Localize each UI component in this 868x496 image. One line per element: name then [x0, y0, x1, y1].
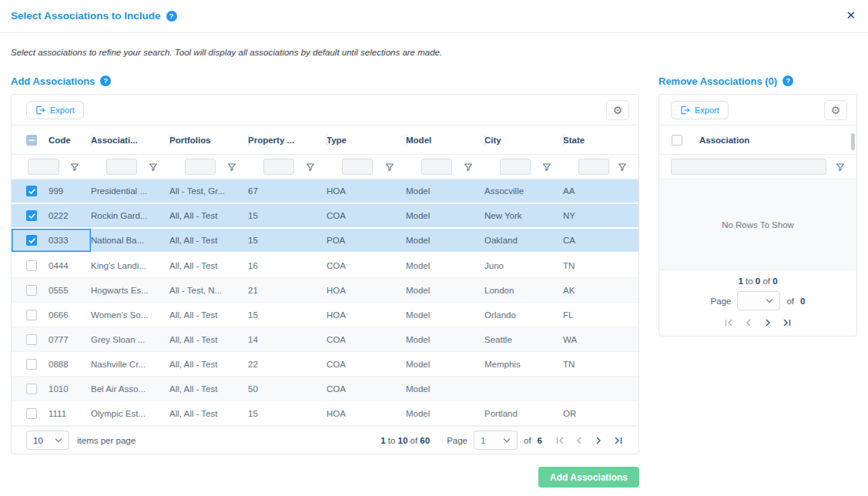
- association-row[interactable]: 0444 King's Landi... All, All - Test 16 …: [12, 253, 638, 278]
- state-cell[interactable]: NY: [563, 204, 638, 227]
- association-filter-input[interactable]: [671, 159, 826, 175]
- property-cell[interactable]: 14: [248, 327, 327, 351]
- filter-funnel-icon[interactable]: [227, 163, 236, 172]
- model-cell[interactable]: Model: [406, 401, 484, 425]
- portfolios-cell[interactable]: All, All - Test: [169, 327, 248, 351]
- last-page-icon[interactable]: [780, 316, 794, 330]
- association-filter-input[interactable]: [106, 159, 137, 175]
- portfolios-cell[interactable]: All, All - Test: [169, 303, 248, 327]
- association-row[interactable]: 0555 Hogwarts Es... All - Test, N... 21 …: [12, 278, 638, 303]
- header-cell-city[interactable]: City: [484, 126, 563, 154]
- state-cell[interactable]: AK: [563, 278, 638, 302]
- city-cell[interactable]: Memphis: [484, 352, 563, 376]
- row-checkbox[interactable]: [26, 260, 37, 271]
- code-cell[interactable]: 0666: [12, 303, 91, 327]
- property-cell[interactable]: 15: [248, 303, 327, 327]
- close-icon[interactable]: ✕: [846, 9, 856, 21]
- state-cell[interactable]: WA: [563, 327, 638, 351]
- add-associations-help-icon[interactable]: ?: [100, 75, 111, 86]
- type-cell[interactable]: COA: [327, 327, 406, 351]
- state-cell[interactable]: CA: [563, 229, 638, 252]
- property-cell[interactable]: 22: [248, 352, 327, 376]
- association-cell[interactable]: Nashville Cr...: [91, 352, 169, 376]
- type-cell[interactable]: POA: [327, 229, 406, 252]
- state-cell[interactable]: [563, 377, 638, 400]
- city-cell[interactable]: Seattle: [484, 327, 563, 351]
- select-all-checkbox[interactable]: [26, 135, 37, 146]
- type-cell[interactable]: COA: [327, 204, 406, 227]
- property-cell[interactable]: 21: [248, 278, 327, 302]
- first-page-icon[interactable]: [553, 434, 567, 447]
- association-row[interactable]: 0333 National Ba... All, All - Test 15 P…: [12, 229, 638, 253]
- column-settings-button[interactable]: ⚙: [606, 100, 629, 120]
- property-cell[interactable]: 15: [248, 401, 327, 425]
- filter-funnel-icon[interactable]: [836, 163, 845, 172]
- association-cell[interactable]: Presidential ...: [91, 179, 169, 203]
- vertical-scrollbar[interactable]: [851, 133, 855, 150]
- model-cell[interactable]: Model: [406, 253, 484, 277]
- header-cell-type[interactable]: Type: [327, 126, 406, 154]
- header-cell-model[interactable]: Model: [406, 126, 484, 154]
- association-cell[interactable]: King's Landi...: [91, 253, 169, 277]
- city-cell[interactable]: Juno: [484, 253, 563, 277]
- export-button[interactable]: Export: [26, 101, 84, 119]
- city-cell[interactable]: London: [484, 278, 563, 302]
- row-checkbox[interactable]: [26, 334, 37, 345]
- association-cell[interactable]: Rockin Gard...: [91, 204, 169, 227]
- code-cell[interactable]: 0888: [12, 352, 91, 376]
- type-cell[interactable]: COA: [327, 377, 406, 400]
- portfolios-cell[interactable]: All, All - Test: [169, 352, 248, 376]
- association-row[interactable]: 999 Presidential ... All - Test, Gr... 6…: [12, 179, 638, 204]
- portfolios-cell[interactable]: All - Test, N...: [169, 278, 248, 302]
- next-page-icon[interactable]: [761, 316, 775, 330]
- header-cell-state[interactable]: State: [563, 126, 638, 154]
- header-cell-property[interactable]: Property ...: [248, 126, 327, 154]
- portfolios-filter-input[interactable]: [185, 159, 216, 175]
- column-label[interactable]: Code: [49, 136, 71, 145]
- row-checkbox[interactable]: [26, 310, 37, 320]
- code-cell[interactable]: 0222: [12, 204, 91, 227]
- code-filter-input[interactable]: [28, 159, 59, 175]
- row-checkbox[interactable]: [26, 285, 37, 296]
- property-cell[interactable]: 16: [248, 253, 327, 277]
- property-cell[interactable]: 67: [248, 179, 327, 203]
- first-page-icon[interactable]: [722, 316, 736, 330]
- model-cell[interactable]: Model: [406, 179, 484, 203]
- association-row[interactable]: 0777 Grey Sloan ... All, All - Test 14 C…: [12, 327, 638, 352]
- filter-funnel-icon[interactable]: [149, 163, 158, 172]
- code-cell[interactable]: 0777: [12, 327, 91, 351]
- association-row[interactable]: 0888 Nashville Cr... All, All - Test 22 …: [12, 352, 638, 377]
- type-cell[interactable]: COA: [327, 352, 406, 376]
- filter-funnel-icon[interactable]: [385, 163, 394, 172]
- previous-page-icon[interactable]: [742, 316, 756, 330]
- city-cell[interactable]: Assocville: [484, 179, 563, 203]
- portfolios-cell[interactable]: All, All - Test: [169, 204, 248, 227]
- filter-funnel-icon[interactable]: [542, 163, 551, 172]
- property-cell[interactable]: 15: [248, 229, 327, 252]
- association-row[interactable]: 0666 Women's So... All, All - Test 15 HO…: [12, 303, 638, 327]
- city-cell[interactable]: Orlando: [484, 303, 563, 327]
- association-row[interactable]: 0222 Rockin Gard... All, All - Test 15 C…: [12, 204, 638, 229]
- header-cell-portfolios[interactable]: Portfolios: [169, 126, 248, 154]
- page-number-select[interactable]: 1: [474, 431, 518, 450]
- code-cell[interactable]: 0333: [12, 229, 91, 252]
- city-cell[interactable]: Portland: [484, 401, 563, 425]
- code-cell[interactable]: 1010: [12, 377, 91, 400]
- code-cell[interactable]: 0555: [12, 278, 91, 302]
- association-cell[interactable]: Olympic Est...: [91, 401, 169, 425]
- type-cell[interactable]: HOA: [327, 303, 406, 327]
- association-cell[interactable]: National Ba...: [91, 229, 169, 252]
- row-checkbox[interactable]: [26, 235, 37, 246]
- state-cell[interactable]: TN: [563, 352, 638, 376]
- state-cell[interactable]: FL: [563, 303, 638, 327]
- filter-funnel-icon[interactable]: [618, 163, 627, 172]
- property-cell[interactable]: 15: [248, 204, 327, 227]
- state-cell[interactable]: AA: [563, 179, 638, 203]
- portfolios-cell[interactable]: All - Test, Gr...: [169, 179, 248, 203]
- next-page-icon[interactable]: [592, 434, 605, 447]
- state-cell[interactable]: OR: [563, 401, 638, 425]
- code-cell[interactable]: 0444: [12, 253, 91, 277]
- model-cell[interactable]: Model: [406, 377, 484, 400]
- association-cell[interactable]: Hogwarts Es...: [91, 278, 169, 302]
- model-cell[interactable]: Model: [406, 229, 484, 252]
